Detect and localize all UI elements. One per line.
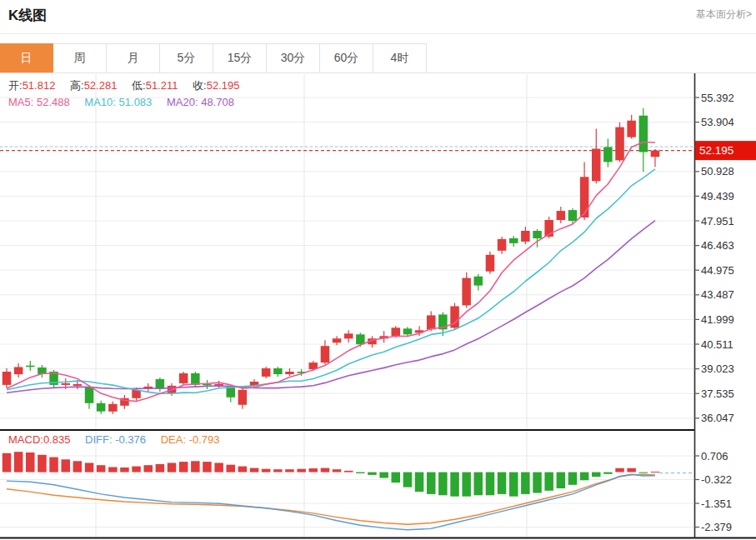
ohlc-info-bar: 开:51.812 高:52.281 低:51.211 收:52.195 <box>8 78 239 93</box>
candle-body <box>3 372 12 385</box>
candle-body <box>639 116 648 152</box>
macd-bar <box>203 462 212 472</box>
axis-tick-label: 43.487 <box>701 288 734 301</box>
candle-body <box>509 238 518 243</box>
tab-60分[interactable]: 60分 <box>320 43 373 72</box>
macd-bar <box>168 463 177 472</box>
axis-tick-label: 53.904 <box>701 116 734 128</box>
tab-5分[interactable]: 5分 <box>160 43 213 72</box>
macd-bar <box>132 467 141 472</box>
open-label: 开: <box>8 79 23 92</box>
candle-body <box>498 239 507 251</box>
macd-bar <box>356 472 365 473</box>
axis-tick-label: 41.999 <box>701 313 734 326</box>
ma20-line <box>7 221 655 393</box>
dea-label: DEA: <box>161 433 186 446</box>
high-value: 52.281 <box>84 79 118 92</box>
macd-bar <box>486 472 495 496</box>
candle-body <box>238 390 248 405</box>
candle-body <box>85 387 94 403</box>
macd-bar <box>415 472 424 492</box>
close-value: 52.195 <box>207 79 240 92</box>
candle-body <box>273 368 283 374</box>
ma5-line <box>7 142 655 402</box>
ma10-value: 51.083 <box>119 96 153 108</box>
macd-bar <box>333 469 342 472</box>
candle-body <box>62 383 71 385</box>
macd-bar <box>615 468 624 472</box>
candle-body <box>392 328 401 336</box>
candle-body <box>108 404 118 412</box>
macd-bar <box>250 468 259 472</box>
macd-bar <box>38 455 47 472</box>
macd-bar <box>49 458 58 472</box>
header-divider <box>0 33 756 34</box>
tab-周[interactable]: 周 <box>53 43 107 72</box>
ma-info-bar: MA5: 52.488 MA10: 51.083 MA20: 48.708 <box>8 96 234 108</box>
macd-bar <box>450 472 459 497</box>
candle-body <box>521 231 530 242</box>
dea-value: -0.793 <box>189 433 220 446</box>
candle-body <box>615 128 624 161</box>
candle-body <box>462 278 471 306</box>
macd-bar <box>557 472 566 488</box>
candle-body <box>333 338 342 342</box>
ma10-item: MA10: 51.083 <box>84 96 152 108</box>
axis-tick-label: 47.951 <box>701 215 734 228</box>
dea-item: DEA: -0.793 <box>161 433 220 446</box>
kline-widget: 55.39253.90452.41650.92849.43947.95146.4… <box>0 0 756 540</box>
ma5-item: MA5: 52.488 <box>8 96 70 108</box>
macd-bar <box>438 472 448 496</box>
macd-bar <box>156 464 165 472</box>
tab-日[interactable]: 日 <box>0 43 53 72</box>
candle-body <box>344 333 353 338</box>
interval-tabs: 日周月5分15分30分60分4时 <box>0 43 756 73</box>
candle-body <box>557 211 566 220</box>
tab-15分[interactable]: 15分 <box>213 43 267 72</box>
macd-bar <box>227 465 236 472</box>
candle-body <box>403 328 413 334</box>
macd-bar <box>379 472 388 478</box>
axis-tick-label: -2.379 <box>701 521 732 533</box>
fundamental-analysis-link[interactable]: 基本面分析> <box>696 8 752 22</box>
macd-bar <box>273 469 283 472</box>
ma20-item: MA20: 48.708 <box>167 96 234 108</box>
macd-bar <box>321 468 330 472</box>
axis-tick-label: 55.392 <box>701 92 734 104</box>
candle-body <box>474 277 483 286</box>
tab-4时[interactable]: 4时 <box>373 43 427 72</box>
low-value: 51.211 <box>146 79 178 92</box>
diff-item: DIFF: -0.376 <box>85 433 146 446</box>
macd-bar <box>14 452 23 472</box>
macd-bar <box>73 461 83 472</box>
tab-月[interactable]: 月 <box>107 43 160 72</box>
close-label: 收: <box>193 79 207 92</box>
ma10-line <box>7 169 655 394</box>
high-label: 高: <box>70 79 84 92</box>
macd-bar <box>462 472 471 497</box>
candle-body <box>580 177 589 218</box>
macd-bar <box>474 472 483 496</box>
low-label: 低: <box>132 79 146 92</box>
macd-bar <box>97 465 106 472</box>
candle-body <box>97 403 106 412</box>
candle-body <box>179 373 188 383</box>
candle-body <box>603 148 613 162</box>
macd-bar <box>309 468 318 472</box>
macd-bar <box>639 472 648 473</box>
ma20-label: MA20: <box>167 96 198 108</box>
macd-bar <box>427 472 436 494</box>
tab-30分[interactable]: 30分 <box>267 43 320 72</box>
macd-label: MACD: <box>8 433 43 446</box>
macd-bar <box>368 472 377 475</box>
candle-body <box>486 255 495 272</box>
macd-bar <box>85 463 94 472</box>
macd-histogram-layer <box>3 452 659 496</box>
macd-bar <box>592 472 601 478</box>
axis-tick-label: 40.511 <box>701 338 733 351</box>
candle-body <box>568 210 578 221</box>
candle-body <box>627 121 636 138</box>
diff-label: DIFF: <box>85 433 113 446</box>
macd-bar <box>344 471 353 472</box>
diff-value: -0.376 <box>115 433 146 446</box>
